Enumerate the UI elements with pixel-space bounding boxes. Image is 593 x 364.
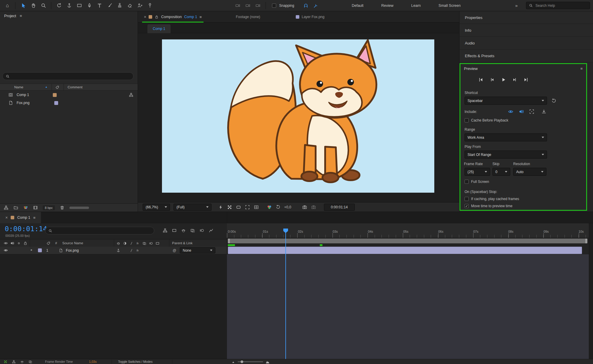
mask-visibility-icon[interactable] <box>236 205 241 210</box>
zoom-out-icon[interactable] <box>232 360 235 364</box>
close-icon[interactable]: × <box>144 15 146 19</box>
panel-tab-info[interactable]: Info <box>460 24 593 37</box>
playhead-line[interactable] <box>285 230 286 359</box>
region-of-interest-icon[interactable] <box>245 205 250 210</box>
panel-menu-icon[interactable]: ≡ <box>33 216 36 220</box>
dolly-camera-tool-icon[interactable] <box>253 1 262 10</box>
lock-column-icon[interactable] <box>23 241 28 245</box>
full-screen-checkbox[interactable] <box>465 180 469 184</box>
composition-canvas[interactable] <box>162 39 434 193</box>
snap-to-features-icon[interactable] <box>301 1 310 10</box>
timeline-zoom-slider[interactable] <box>238 361 263 362</box>
tab-footage[interactable]: Footage (none) <box>236 11 260 23</box>
transparency-grid-icon[interactable] <box>227 205 232 210</box>
quality-switch-icon[interactable] <box>129 241 133 245</box>
work-area-start-handle[interactable] <box>228 239 230 243</box>
next-frame-button[interactable] <box>511 76 519 83</box>
type-tool-icon[interactable] <box>95 1 104 10</box>
workspace-overflow-chevron[interactable]: » <box>515 3 518 8</box>
selection-tool-icon[interactable] <box>19 1 28 10</box>
preview-panel-header[interactable]: Preview ≡ <box>460 64 586 73</box>
panel-menu-icon[interactable]: ≡ <box>580 67 583 71</box>
exposure-value[interactable]: +0,0 <box>284 205 291 209</box>
frame-blend-icon[interactable] <box>28 360 32 364</box>
layer-visibility-eye-icon[interactable] <box>4 248 8 253</box>
motion-blur-switch-icon[interactable] <box>149 241 153 245</box>
play-from-select[interactable]: Start Of Range <box>465 151 547 159</box>
snap-beyond-edges-icon[interactable] <box>311 1 320 10</box>
timeline-tab[interactable]: × Comp 1 ≡ <box>0 212 41 223</box>
sort-ascending-icon[interactable]: ▲ <box>45 86 47 88</box>
help-search[interactable] <box>526 2 590 9</box>
3d-layer-switch-icon[interactable] <box>155 241 160 245</box>
last-frame-button[interactable] <box>522 76 530 83</box>
current-timecode[interactable]: 0:00:01:14 <box>5 225 47 233</box>
project-search-input[interactable] <box>12 74 130 79</box>
panel-tab-effects-presets[interactable]: Effects & Presets <box>460 50 593 62</box>
rotation-tool-icon[interactable] <box>55 1 63 10</box>
cache-before-playback-row[interactable]: Cache Before Playback <box>465 118 508 122</box>
pan-behind-tool-icon[interactable] <box>65 1 74 10</box>
play-button[interactable] <box>500 76 507 83</box>
work-area-bar[interactable] <box>228 239 587 243</box>
layer-row[interactable]: ▸ 1 Fox.png @ None <box>0 247 227 254</box>
label-swatch[interactable] <box>149 15 152 19</box>
parent-select[interactable]: None <box>180 247 215 253</box>
include-video-eye-icon[interactable] <box>508 109 513 114</box>
shy-switch-icon[interactable] <box>116 241 120 245</box>
hand-tool-icon[interactable] <box>29 1 38 10</box>
flowchart-icon[interactable] <box>12 360 16 364</box>
footage-interpret-icon[interactable] <box>33 205 38 210</box>
label-swatch[interactable] <box>53 93 57 97</box>
panel-menu-icon[interactable]: ≡ <box>199 15 202 19</box>
reset-shortcut-icon[interactable] <box>551 98 557 103</box>
move-time-row[interactable]: ✓ Move time to preview time <box>465 204 512 208</box>
workspace-tab-learn[interactable]: Learn <box>409 4 422 8</box>
close-icon[interactable]: × <box>5 215 8 220</box>
orbit-camera-tool-icon[interactable] <box>233 1 242 10</box>
project-search[interactable] <box>2 72 133 80</box>
project-panel-header[interactable]: Project ≡ <box>0 11 138 20</box>
previous-frame-button[interactable] <box>488 76 496 83</box>
parent-link-column[interactable]: Parent & Link <box>172 241 193 245</box>
hide-shy-layers-icon[interactable] <box>181 228 186 233</box>
new-composition-icon[interactable] <box>23 205 28 210</box>
help-search-input[interactable] <box>535 3 587 8</box>
graph-editor-icon[interactable] <box>209 228 214 233</box>
workspace-tab-default[interactable]: Default <box>350 4 365 8</box>
tab-composition[interactable]: × Composition Comp 1 ≡ <box>142 11 204 23</box>
brush-tool-icon[interactable] <box>105 1 114 10</box>
tab-layer[interactable]: Layer Fox.png <box>296 11 325 23</box>
zoom-in-icon[interactable] <box>266 360 270 364</box>
range-select[interactable]: Work Area <box>465 133 547 141</box>
shy-layers-icon[interactable] <box>20 360 24 364</box>
if-caching-row[interactable]: If caching, play cached frames <box>465 197 519 201</box>
pen-tool-icon[interactable] <box>85 1 94 10</box>
workspace-tab-review[interactable]: Review <box>379 4 395 8</box>
if-caching-checkbox[interactable] <box>465 197 469 201</box>
column-name[interactable]: Name <box>14 85 23 89</box>
take-snapshot-icon[interactable] <box>302 205 307 210</box>
expand-chevron-icon[interactable]: ▸ <box>31 248 32 251</box>
toggle-switches-modes-button[interactable]: Toggle Switches / Modes <box>118 360 152 363</box>
panel-tab-audio[interactable]: Audio <box>460 37 593 50</box>
exposure-reset-icon[interactable] <box>276 205 281 210</box>
skip-select[interactable]: 0 <box>492 168 510 176</box>
layer-number-column[interactable]: # <box>55 241 57 245</box>
project-item-row[interactable]: Fox.png <box>0 99 138 107</box>
time-ruler[interactable]: 0:00s 01s 02s 03s 04s 05s 06s 07s 08s 09… <box>227 223 589 238</box>
show-channel-icon[interactable] <box>267 205 272 210</box>
comp-subtab[interactable]: Comp 1 <box>147 24 171 33</box>
video-column-eye-icon[interactable] <box>4 241 8 245</box>
solo-column-icon[interactable] <box>17 241 21 245</box>
view-layout-icon[interactable] <box>254 205 259 210</box>
puppet-pin-tool-icon[interactable] <box>145 1 154 10</box>
include-overlays-icon[interactable] <box>529 109 535 114</box>
frame-blend-icon[interactable] <box>190 228 195 233</box>
quality-toggle-icon[interactable] <box>129 248 133 253</box>
clone-stamp-tool-icon[interactable] <box>115 1 124 10</box>
effects-switch-icon[interactable] <box>136 241 140 245</box>
zoom-slider-knob[interactable] <box>241 360 243 363</box>
audio-column-speaker-icon[interactable] <box>10 241 15 245</box>
pan-camera-tool-icon[interactable] <box>243 1 252 10</box>
